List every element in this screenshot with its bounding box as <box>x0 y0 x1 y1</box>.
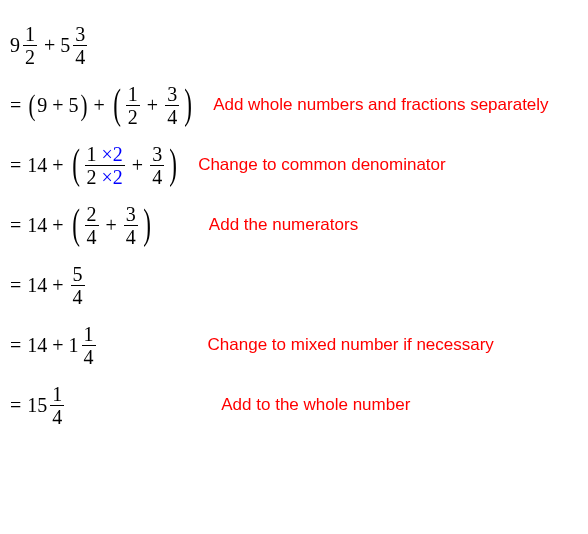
frac: 5 4 <box>71 264 85 307</box>
step-2-math: = 14 + ( 1 ×2 2 ×2 + 3 4 ) <box>10 140 180 190</box>
frac-1: 1 2 <box>23 24 37 67</box>
plus: + <box>94 94 105 117</box>
plus: + <box>106 214 117 237</box>
lparen: ( <box>72 208 80 242</box>
equals: = <box>10 274 21 297</box>
den: 4 <box>85 225 99 247</box>
equals: = <box>10 154 21 177</box>
den-val: 2 <box>87 166 97 188</box>
whole: 14 <box>27 274 47 297</box>
rparen: ) <box>80 93 87 117</box>
frac-2: 3 4 <box>124 204 138 247</box>
step-1: = ( 9 + 5 ) + ( 1 2 + 3 4 ) Add whole nu… <box>10 80 578 130</box>
frac-1: 2 4 <box>85 204 99 247</box>
den: 4 <box>73 45 87 67</box>
mixed-1: 9 1 2 <box>10 24 39 67</box>
plus: + <box>52 154 63 177</box>
mult-den: ×2 <box>102 166 123 188</box>
equals: = <box>10 94 21 117</box>
step-3: = 14 + ( 2 4 + 3 4 ) Add the numerators <box>10 200 578 250</box>
whole: 14 <box>27 334 47 357</box>
step-3-explain: Add the numerators <box>209 215 358 235</box>
num: 1 <box>50 384 64 405</box>
plus: + <box>147 94 158 117</box>
step-2: = 14 + ( 1 ×2 2 ×2 + 3 4 ) Change to com… <box>10 140 578 190</box>
plus: + <box>52 274 63 297</box>
equals: = <box>10 214 21 237</box>
num: 3 <box>150 144 164 165</box>
num: 3 <box>165 84 179 105</box>
den: 4 <box>71 285 85 307</box>
frac-2: 3 4 <box>150 144 164 187</box>
whole-1: 9 <box>10 34 20 57</box>
step-4: = 14 + 5 4 <box>10 260 578 310</box>
num: 3 <box>73 24 87 45</box>
mixed-2: 5 3 4 <box>60 24 89 67</box>
step-4-math: = 14 + 5 4 <box>10 260 87 310</box>
num-val: 1 <box>87 143 97 165</box>
step-1-math: = ( 9 + 5 ) + ( 1 2 + 3 4 ) <box>10 80 195 130</box>
whole-1: 9 <box>37 94 47 117</box>
plus: + <box>132 154 143 177</box>
den: 4 <box>165 105 179 127</box>
den: 2 ×2 <box>85 165 125 187</box>
frac-2: 3 4 <box>165 84 179 127</box>
step-2-explain: Change to common denominator <box>198 155 446 175</box>
lparen: ( <box>113 88 121 122</box>
den: 4 <box>124 225 138 247</box>
plus: + <box>52 94 63 117</box>
frac-1: 1 ×2 2 ×2 <box>85 144 125 187</box>
step-1-explain: Add whole numbers and fractions separate… <box>213 95 548 115</box>
plus: + <box>52 334 63 357</box>
den: 4 <box>150 165 164 187</box>
problem-math: 9 1 2 + 5 3 4 <box>10 20 89 70</box>
step-5-math: = 14 + 1 1 4 <box>10 320 98 370</box>
num: 1 <box>23 24 37 45</box>
den: 2 <box>23 45 37 67</box>
mixed: 1 1 4 <box>69 324 98 367</box>
step-5-explain: Change to mixed number if necessary <box>208 335 494 355</box>
frac: 1 4 <box>50 384 64 427</box>
num: 1 ×2 <box>85 144 125 165</box>
num: 2 <box>85 204 99 225</box>
equals: = <box>10 394 21 417</box>
whole: 14 <box>27 154 47 177</box>
num: 3 <box>124 204 138 225</box>
step-5: = 14 + 1 1 4 Change to mixed number if n… <box>10 320 578 370</box>
result-mixed: 15 1 4 <box>27 384 66 427</box>
step-6-math: = 15 1 4 <box>10 380 66 430</box>
frac-2: 3 4 <box>73 24 87 67</box>
frac: 1 4 <box>82 324 96 367</box>
plus: + <box>44 34 55 57</box>
lparen: ( <box>29 93 36 117</box>
rparen: ) <box>169 148 177 182</box>
problem-line: 9 1 2 + 5 3 4 <box>10 20 578 70</box>
equals: = <box>10 334 21 357</box>
rparen: ) <box>184 88 192 122</box>
num: 1 <box>126 84 140 105</box>
den: 4 <box>50 405 64 427</box>
lparen: ( <box>72 148 80 182</box>
step-6: = 15 1 4 Add to the whole number <box>10 380 578 430</box>
mixed-whole: 1 <box>69 334 79 357</box>
plus: + <box>52 214 63 237</box>
whole-2: 5 <box>69 94 79 117</box>
mult-num: ×2 <box>102 143 123 165</box>
step-3-math: = 14 + ( 2 4 + 3 4 ) <box>10 200 154 250</box>
whole-2: 5 <box>60 34 70 57</box>
den: 4 <box>82 345 96 367</box>
mixed-whole: 15 <box>27 394 47 417</box>
step-6-explain: Add to the whole number <box>221 395 410 415</box>
num: 5 <box>71 264 85 285</box>
rparen: ) <box>143 208 151 242</box>
den: 2 <box>126 105 140 127</box>
num: 1 <box>82 324 96 345</box>
whole: 14 <box>27 214 47 237</box>
frac-1: 1 2 <box>126 84 140 127</box>
